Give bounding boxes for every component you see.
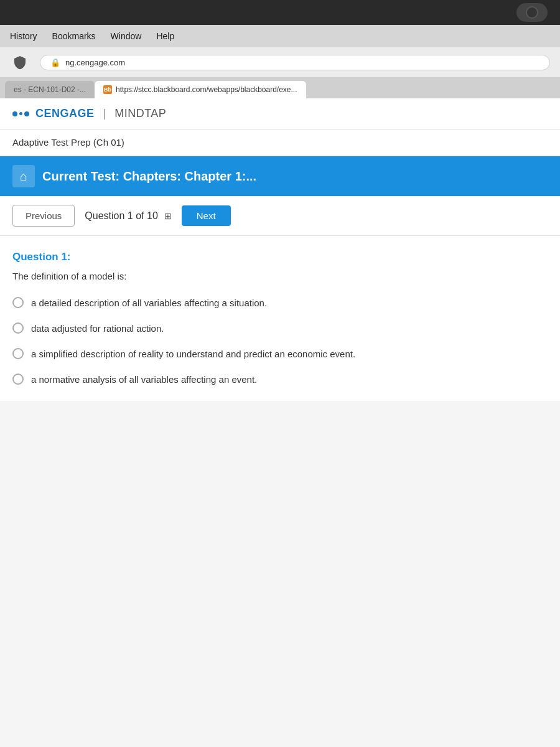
- subtitle-bar: Adaptive Test Prep (Ch 01): [0, 129, 560, 156]
- answer-option-c[interactable]: a simplified description of reality to u…: [12, 347, 548, 360]
- tab-blackboard-label: https://stcc.blackboard.com/webapps/blac…: [116, 85, 297, 94]
- home-icon[interactable]: ⌂: [12, 165, 35, 187]
- logo-dot-1: [12, 111, 17, 116]
- question-counter: Question 1 of 10 ⊞: [85, 210, 171, 222]
- radio-b[interactable]: [12, 322, 24, 334]
- blue-header-title: Current Test: Chapters: Chapter 1:...: [42, 169, 256, 184]
- camera-dot: [516, 3, 548, 22]
- tab-bar: es - ECN-101-D02 -... Bb https://stcc.bl…: [0, 77, 560, 98]
- question-area: Question 1: The definition of a model is…: [0, 236, 560, 401]
- logo-dot-2: [19, 112, 22, 115]
- answer-option-b[interactable]: data adjusted for rational action.: [12, 322, 548, 335]
- menu-bar: History Bookmarks Window Help: [0, 25, 560, 47]
- menu-item-bookmarks[interactable]: Bookmarks: [52, 31, 96, 41]
- tab-ecn[interactable]: es - ECN-101-D02 -...: [5, 81, 95, 98]
- next-button[interactable]: Next: [182, 205, 231, 226]
- address-bar-row: 🔒 ng.cengage.com: [0, 47, 560, 77]
- question-counter-text: Question 1 of 10: [85, 210, 157, 222]
- menu-item-history[interactable]: History: [10, 31, 37, 41]
- lock-icon: 🔒: [50, 58, 60, 67]
- answer-options: a detailed description of all variables …: [12, 296, 548, 386]
- answer-text-a: a detailed description of all variables …: [31, 296, 267, 309]
- top-os-bar: [0, 0, 560, 25]
- mindtap-brand: MINDTAP: [114, 107, 166, 120]
- grid-icon[interactable]: ⊞: [164, 211, 172, 221]
- subtitle-text: Adaptive Test Prep (Ch 01): [12, 137, 124, 148]
- nav-bar: Previous Question 1 of 10 ⊞ Next: [0, 196, 560, 236]
- cengage-brand: CENGAGE: [35, 107, 95, 120]
- radio-d[interactable]: [12, 374, 24, 385]
- brand-divider: |: [103, 107, 106, 120]
- address-text: ng.cengage.com: [65, 58, 125, 67]
- answer-text-c: a simplified description of reality to u…: [31, 347, 355, 360]
- tab-ecn-label: es - ECN-101-D02 -...: [14, 85, 86, 94]
- answer-option-a[interactable]: a detailed description of all variables …: [12, 296, 548, 309]
- previous-button[interactable]: Previous: [12, 205, 75, 227]
- radio-a[interactable]: [12, 297, 24, 308]
- cengage-logo: [12, 111, 29, 116]
- question-title: Question 1:: [12, 251, 548, 263]
- cengage-header: CENGAGE | MINDTAP: [0, 98, 560, 129]
- shield-icon: [10, 52, 30, 72]
- menu-item-help[interactable]: Help: [156, 31, 174, 41]
- camera-lens: [526, 6, 538, 19]
- answer-option-d[interactable]: a normative analysis of all variables af…: [12, 373, 548, 386]
- address-bar[interactable]: 🔒 ng.cengage.com: [40, 55, 550, 70]
- answer-text-b: data adjusted for rational action.: [31, 322, 164, 335]
- radio-c[interactable]: [12, 348, 24, 359]
- question-text: The definition of a model is:: [12, 271, 548, 281]
- tab-blackboard[interactable]: Bb https://stcc.blackboard.com/webapps/b…: [95, 81, 306, 98]
- menu-item-window[interactable]: Window: [111, 31, 142, 41]
- answer-text-d: a normative analysis of all variables af…: [31, 373, 257, 386]
- logo-dot-3: [24, 111, 29, 116]
- page-content: CENGAGE | MINDTAP Adaptive Test Prep (Ch…: [0, 98, 560, 747]
- tab-favicon-bb: Bb: [103, 85, 112, 94]
- blue-header: ⌂ Current Test: Chapters: Chapter 1:...: [0, 156, 560, 196]
